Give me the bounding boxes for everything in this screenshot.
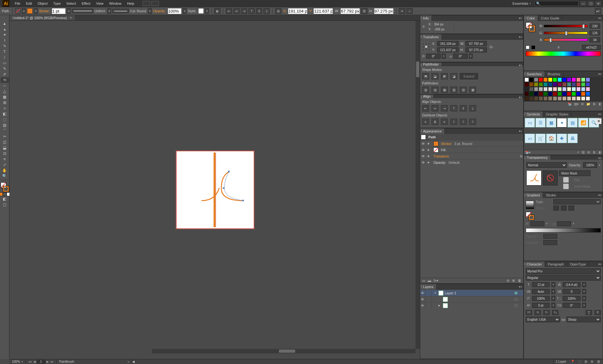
new-color-group-icon[interactable]: 📁 — [586, 102, 590, 106]
transform-reference-icon[interactable]: ⊞ — [275, 8, 281, 14]
brush-definition[interactable] — [112, 9, 129, 13]
symbol-item[interactable]: ▭ — [525, 134, 535, 143]
tool-14[interactable]: ⊞ — [1, 100, 9, 105]
swatch-item[interactable] — [572, 96, 576, 101]
color-spectrum[interactable] — [526, 51, 601, 56]
symbols-grid[interactable]: ▭ ☰ ▦ ▾ ✕ ▤ 📶 🔍 ▭ 🛒 🏠 ✚ 🖶 — [524, 117, 603, 150]
delete-layer-icon[interactable]: 🗑 — [597, 360, 600, 364]
maximize-button[interactable]: ▢ — [588, 1, 594, 6]
layer-row[interactable]: 👁▶ — [420, 302, 523, 308]
transparency-thumb[interactable] — [526, 170, 541, 185]
break-link-icon[interactable]: ✕ — [596, 118, 601, 124]
menu-select[interactable]: Select — [63, 0, 79, 7]
h-input[interactable] — [374, 8, 394, 14]
appearance-row[interactable]: 👁▶Transformfx — [420, 153, 523, 159]
swatch-item[interactable] — [534, 82, 538, 87]
align-bottom-icon[interactable]: ⤓ — [263, 8, 270, 14]
align-vcenter-icon[interactable]: ⇕ — [460, 105, 467, 111]
graphic-style-swatch[interactable] — [198, 8, 204, 14]
swatch-item[interactable] — [572, 78, 576, 82]
gradient-angle-input[interactable] — [530, 221, 544, 226]
tool-15[interactable]: ⊹ — [1, 105, 9, 111]
panel-menu-icon[interactable]: ▾≡ — [598, 262, 602, 266]
swatch-item[interactable] — [553, 96, 557, 101]
current-tool-label[interactable]: Paintbrush ▸ — [57, 359, 132, 364]
symbol-item[interactable]: 🖶 — [568, 134, 578, 143]
hscale-input[interactable] — [563, 296, 580, 301]
transform-w-input[interactable] — [465, 41, 487, 46]
drawing-mode-icon[interactable]: ◧ — [1, 196, 9, 202]
none-color-icon[interactable] — [526, 46, 530, 49]
swatch-item[interactable] — [581, 92, 585, 96]
recolor-artwork-icon[interactable]: ◐ — [214, 8, 220, 14]
symbol-options-icon[interactable]: ⚙ — [587, 151, 590, 154]
underline-icon[interactable]: T̲ — [586, 310, 592, 315]
align-top-icon[interactable]: ⤒ — [248, 8, 255, 14]
close-button[interactable]: ✕ — [595, 1, 601, 6]
gradient-mode-icon[interactable] — [3, 192, 7, 196]
appearance-row[interactable]: 👁▶Fill: — [420, 147, 523, 153]
tab-stroke[interactable]: Stroke — [543, 192, 559, 198]
panel-menu-icon[interactable]: ▾≡ — [598, 156, 602, 160]
color-fill-stroke-chips[interactable] — [526, 22, 535, 32]
variable-width-profile[interactable] — [72, 9, 93, 13]
stroke-swatch-menu[interactable]: ▾ — [34, 8, 38, 14]
tool-19[interactable]: ⌒ — [1, 128, 9, 134]
subscript-icon[interactable]: T₁ — [552, 310, 558, 315]
new-fill-icon[interactable]: ▬ — [428, 279, 431, 283]
panel-menu-icon[interactable]: ▾≡ — [519, 35, 522, 39]
menu-help[interactable]: Help — [124, 0, 137, 7]
tab-transparency[interactable]: Transparency — [524, 155, 551, 160]
dist-bottom-icon[interactable]: ≡ — [441, 119, 448, 125]
tab-gradient[interactable]: Gradient — [524, 192, 543, 198]
opacity-input[interactable] — [168, 8, 182, 14]
swatch-item[interactable] — [576, 96, 581, 101]
appearance-row[interactable]: 👁▶Opacity:Default — [420, 159, 523, 165]
transform-x-input[interactable] — [437, 41, 459, 46]
new-swatch-icon[interactable]: 🗎 — [593, 102, 596, 106]
panel-menu-icon[interactable]: ▾≡ — [598, 16, 602, 20]
tool-20[interactable]: ✂ — [1, 134, 9, 139]
symbol-item[interactable]: ▤ — [568, 118, 578, 127]
panel-menu-icon[interactable]: ▾≡ — [519, 95, 522, 99]
stroke-chip[interactable] — [3, 186, 9, 192]
tool-5[interactable]: T — [1, 49, 9, 55]
tool-13[interactable]: ▦ — [1, 94, 9, 100]
show-swatch-kinds-icon[interactable]: ▥▾ — [574, 102, 579, 106]
tool-22[interactable]: ⬓ — [1, 145, 9, 151]
swatch-item[interactable] — [562, 96, 567, 101]
swatch-item[interactable] — [557, 78, 562, 82]
artboard-navigation[interactable]: ⏮◀ ▶⏭ — [26, 359, 57, 364]
transparency-mask-thumb[interactable]: 🚫 — [543, 170, 558, 185]
stroke-swatch[interactable] — [27, 8, 33, 14]
layer-row[interactable]: 👁▼Layer 1 — [420, 290, 523, 296]
delete-item-icon[interactable]: 🗑 — [518, 279, 521, 283]
dist-top-icon[interactable]: ≡ — [422, 119, 429, 125]
vscale-input[interactable] — [532, 296, 550, 301]
swatch-item[interactable] — [557, 82, 562, 87]
arrange-documents-icon[interactable] — [143, 1, 150, 6]
swatch-item[interactable] — [581, 78, 585, 82]
superscript-icon[interactable]: T¹ — [543, 310, 550, 315]
align-bottom-icon[interactable]: ⤓ — [469, 105, 476, 111]
align-top-icon[interactable]: ⤒ — [450, 105, 457, 111]
kerning-input[interactable] — [532, 289, 550, 294]
make-mask-button[interactable]: Make Mask — [559, 170, 590, 176]
tool-24[interactable]: ≡ — [1, 156, 9, 162]
align-right-icon[interactable]: ⇥ — [441, 105, 448, 111]
swatch-item[interactable] — [529, 82, 534, 87]
blend-mode-select[interactable]: Normal — [526, 162, 567, 168]
swatch-item[interactable] — [572, 87, 576, 91]
tab-character[interactable]: Character — [524, 261, 545, 267]
align-hcenter-icon[interactable]: ⇔ — [233, 8, 240, 14]
menu-type[interactable]: Type — [51, 0, 64, 7]
symbol-item[interactable]: ✚ — [557, 134, 567, 143]
appearance-row[interactable]: 👁▶Stroke:3 pt. Round — [420, 140, 523, 147]
swatch-item[interactable] — [539, 82, 543, 87]
tool-8[interactable]: ✎ — [1, 66, 9, 72]
swatch-item[interactable] — [586, 96, 590, 101]
tool-10[interactable]: ⟲ — [1, 77, 9, 83]
antialias-select[interactable]: Sharp — [567, 317, 601, 322]
dist-vcenter-icon[interactable]: ≣ — [432, 119, 438, 125]
swatch-item[interactable] — [524, 92, 529, 96]
